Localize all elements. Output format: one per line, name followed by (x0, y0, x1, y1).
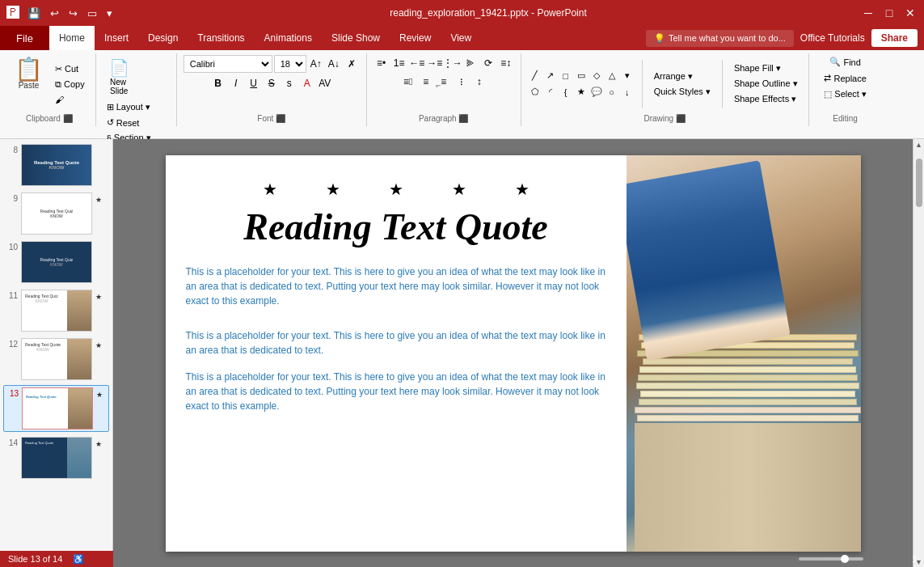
slide-thumb-12[interactable]: 12 Reading Text QuoteKNOW ★ (3, 336, 109, 382)
font-size-select[interactable]: 18 (274, 55, 306, 73)
shape-brace[interactable]: { (559, 85, 573, 99)
office-tutorials-link[interactable]: Office Tutorials (800, 32, 865, 44)
powerpoint-icon: 🅿 (6, 6, 19, 20)
shapes-row1: ╱ ↗ □ ▭ ◇ △ ▾ (528, 69, 635, 83)
redo-button[interactable]: ↪ (65, 6, 81, 21)
lightbulb-icon: 💡 (654, 33, 665, 44)
shape-diamond[interactable]: ◇ (589, 69, 604, 83)
select-button[interactable]: ⬚ Select ▾ (820, 87, 871, 101)
strikethrough-button[interactable]: S (264, 75, 280, 91)
align-right-button[interactable]: ⃬≡ (436, 74, 452, 90)
drawing-expand-icon[interactable]: ⬛ (676, 114, 686, 123)
slide-thumb-10[interactable]: 10 Reading Text QuizKNOW (3, 239, 109, 285)
numbering-button[interactable]: 1≡ (391, 55, 407, 71)
decrease-indent-button[interactable]: ←≡ (409, 55, 425, 71)
zoom-slider[interactable] (799, 557, 863, 561)
customize-button[interactable]: ▾ (103, 6, 116, 21)
shape-arrow[interactable]: ↗ (543, 69, 558, 83)
bold-button[interactable]: B (210, 75, 226, 91)
line-spacing-button[interactable]: ↕ (471, 74, 487, 90)
menu-design[interactable]: Design (138, 26, 188, 50)
align-text-button[interactable]: ≡↕ (498, 55, 514, 71)
bullets-button[interactable]: ≡• (373, 55, 390, 71)
shape-line[interactable]: ╱ (528, 69, 542, 83)
increase-indent-button[interactable]: →≡ (427, 55, 443, 71)
shape-rounded-rect[interactable]: ▭ (574, 69, 589, 83)
save-button[interactable]: 💾 (24, 6, 44, 21)
accessibility-icon[interactable]: ♿ (73, 554, 84, 564)
reset-button[interactable]: ↺ Reset (103, 116, 144, 129)
font-color-button[interactable]: A (299, 75, 315, 91)
paragraph-expand-icon[interactable]: ⬛ (458, 114, 468, 123)
shape-outline-button[interactable]: Shape Outline ▾ (730, 77, 802, 91)
slide-thumb-9[interactable]: 9 Reading Text QuizKNOW ★ (3, 191, 109, 236)
font-name-select[interactable]: Calibri (184, 55, 272, 73)
shape-triangle[interactable]: △ (605, 69, 619, 83)
menu-insert[interactable]: Insert (95, 26, 138, 50)
menu-home[interactable]: Home (49, 26, 95, 50)
underline-button[interactable]: U (246, 75, 262, 91)
replace-button[interactable]: ⇄ Replace (820, 71, 870, 85)
quick-styles-button[interactable]: Quick Styles ▾ (650, 85, 715, 99)
menu-review[interactable]: Review (390, 26, 441, 50)
increase-font-button[interactable]: A↑ (308, 56, 324, 72)
canvas-area[interactable]: ★ ★ ★ ★ ★ Reading Text Quote This is a p… (113, 139, 913, 567)
shape-fill-button[interactable]: Shape Fill ▾ (730, 61, 802, 75)
tell-me-button[interactable]: 💡 Tell me what you want to do... (646, 30, 794, 47)
shape-rect[interactable]: □ (559, 69, 573, 83)
shape-arc[interactable]: ◜ (543, 85, 558, 99)
text-direction-button[interactable]: ⟳ (480, 55, 496, 71)
copy-button[interactable]: ⧉ Copy (51, 78, 89, 91)
shape-pentagon[interactable]: ⬠ (528, 85, 542, 99)
arrange-button[interactable]: Arrange ▾ (650, 70, 715, 83)
undo-button[interactable]: ↩ (47, 6, 62, 21)
shape-callout[interactable]: 💬 (589, 85, 604, 99)
font-row2: B I U S s A AV (210, 75, 333, 91)
menu-file[interactable]: File (0, 26, 49, 50)
shape-circle[interactable]: ○ (605, 85, 619, 99)
align-left-button[interactable]: ≡⃪ (400, 74, 416, 90)
shape-more[interactable]: ▾ (620, 69, 635, 83)
shape-down-arrow[interactable]: ↓ (620, 85, 635, 99)
columns-button[interactable]: ⫸ (462, 55, 479, 71)
arrange-quickstyles: Arrange ▾ Quick Styles ▾ (650, 70, 715, 99)
shape-star[interactable]: ★ (574, 85, 589, 99)
align-center-button[interactable]: ≡ (418, 74, 434, 90)
slide-thumb-11[interactable]: 11 Reading Text QuizKNOW ★ (3, 288, 109, 333)
share-button[interactable]: Share (871, 29, 918, 47)
find-button[interactable]: 🔍 Find (825, 55, 864, 69)
justify-button[interactable]: ⫶ (454, 74, 470, 90)
slide-thumb-8[interactable]: 8 Reading Text QuoteKNOW (3, 142, 109, 188)
shadow-button[interactable]: s (281, 75, 297, 91)
menu-slideshow[interactable]: Slide Show (322, 26, 390, 50)
menu-view[interactable]: View (441, 26, 481, 50)
minimize-button[interactable]: ─ (861, 6, 875, 20)
font-row1: Calibri 18 A↑ A↓ ✗ (184, 55, 360, 73)
clipboard-expand-icon[interactable]: ⬛ (63, 114, 73, 123)
scroll-track[interactable] (913, 150, 924, 556)
new-slide-button[interactable]: 📄 NewSlide (103, 55, 136, 99)
scroll-thumb[interactable] (916, 159, 922, 207)
italic-button[interactable]: I (228, 75, 244, 91)
decrease-font-button[interactable]: A↓ (326, 56, 342, 72)
clear-format-button[interactable]: ✗ (344, 56, 360, 72)
scroll-up-button[interactable]: ▲ (913, 139, 924, 150)
shape-effects-button[interactable]: Shape Effects ▾ (730, 92, 802, 106)
char-spacing-button[interactable]: AV (317, 75, 333, 91)
drawing-label: Drawing ⬛ (528, 112, 802, 125)
slide-thumb-13[interactable]: 13 Reading Text Quote ★ (3, 385, 109, 432)
restore-button[interactable]: □ (882, 6, 897, 20)
font-expand-icon[interactable]: ⬛ (276, 114, 285, 123)
vertical-scrollbar[interactable]: ▲ ▼ (913, 139, 924, 567)
close-button[interactable]: ✕ (903, 6, 918, 20)
cut-button[interactable]: ✂ Cut (51, 62, 89, 76)
layout-button[interactable]: ⊞ Layout ▾ (103, 100, 154, 114)
presentation-mode-button[interactable]: ▭ (84, 6, 100, 21)
slide-thumb-14[interactable]: 14 Reading Text Quote ★ (3, 435, 109, 480)
paste-button[interactable]: 📋 Paste (10, 55, 48, 112)
convert-to-smartart-button[interactable]: ⋮→ (445, 55, 461, 71)
format-painter-button[interactable]: 🖌 (51, 93, 89, 106)
editing-content: 🔍 Find ⇄ Replace ⬚ Select ▾ (816, 55, 875, 112)
menu-transitions[interactable]: Transitions (188, 26, 254, 50)
menu-animations[interactable]: Animations (255, 26, 322, 50)
